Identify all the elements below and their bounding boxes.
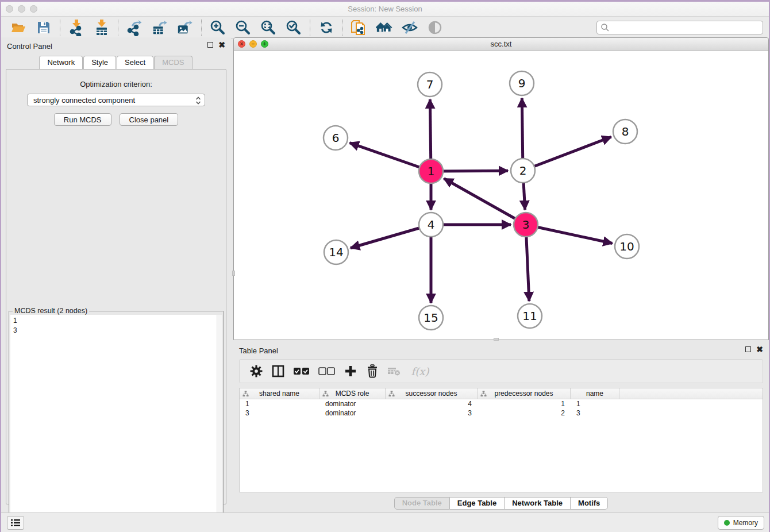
network-zoom-button[interactable]: + xyxy=(261,40,268,48)
status-bar: Memory xyxy=(1,512,769,532)
import-network-icon[interactable] xyxy=(68,19,85,36)
memory-label: Memory xyxy=(733,519,758,527)
network-canvas[interactable]: 7968124314101511 xyxy=(234,51,768,340)
eye-slash-icon xyxy=(401,20,418,36)
tab-network-table[interactable]: Network Table xyxy=(505,497,571,510)
criterion-selected-value: strongly connected component xyxy=(33,96,135,105)
create-column-icon[interactable] xyxy=(343,364,358,379)
tab-edge-table[interactable]: Edge Table xyxy=(450,497,505,510)
export-table-icon[interactable] xyxy=(151,19,168,36)
delete-table-icon-disabled xyxy=(387,364,402,379)
network-close-button[interactable]: × xyxy=(238,40,245,48)
graph-node-label-8: 8 xyxy=(622,125,629,138)
ui-options-button[interactable] xyxy=(7,516,24,530)
table-cell[interactable]: 2 xyxy=(478,408,571,418)
tab-motifs[interactable]: Motifs xyxy=(571,497,608,510)
save-session-icon[interactable] xyxy=(35,19,52,36)
float-panel-icon[interactable] xyxy=(207,42,213,48)
toolbar-separator xyxy=(310,20,310,36)
table-cell[interactable]: 3 xyxy=(240,408,319,418)
open-session-icon[interactable] xyxy=(10,19,27,36)
delete-column-icon[interactable] xyxy=(365,364,380,379)
zoom-out-icon[interactable] xyxy=(234,19,252,36)
splitter-handle[interactable] xyxy=(494,338,499,341)
tab-node-table[interactable]: Node Table xyxy=(394,497,450,510)
tab-mcds[interactable]: MCDS xyxy=(154,56,192,69)
search-input[interactable] xyxy=(610,24,759,32)
application-window: Session: New Session xyxy=(1,2,769,532)
network-window-title: scc.txt xyxy=(234,38,768,48)
table-cell[interactable]: 3 xyxy=(571,408,619,418)
eye-disabled-icon xyxy=(426,19,444,36)
main-titlebar: Session: New Session xyxy=(1,2,769,17)
edge-1-6[interactable] xyxy=(350,143,431,171)
column-header-successor-nodes[interactable]: successor nodes xyxy=(386,388,478,399)
graph-node-label-15: 15 xyxy=(424,311,438,325)
control-panel: Control Panel ✖ NetworkStyleSelectMCDS O… xyxy=(1,37,231,508)
table-header-row: shared nameMCDS rolesuccessor nodesprede… xyxy=(240,388,763,399)
table-cell[interactable]: 1 xyxy=(240,399,319,408)
network-minimize-button[interactable]: − xyxy=(249,40,257,48)
zoom-fit-icon[interactable] xyxy=(260,19,277,36)
tab-network[interactable]: Network xyxy=(39,56,83,69)
function-builder-icon-disabled: f(x) xyxy=(409,364,432,379)
zoom-selected-icon[interactable] xyxy=(285,19,302,36)
tab-style[interactable]: Style xyxy=(83,56,116,69)
tab-select[interactable]: Select xyxy=(117,56,153,69)
export-network-icon[interactable] xyxy=(126,19,143,36)
table-cell[interactable]: 1 xyxy=(571,399,619,408)
clone-network-icon[interactable] xyxy=(351,19,368,36)
refresh-icon[interactable] xyxy=(318,19,335,36)
network-graph[interactable]: 7968124314101511 xyxy=(234,51,768,340)
table-cell[interactable]: 3 xyxy=(386,408,478,418)
edge-2-8[interactable] xyxy=(523,137,611,171)
toolbar-separator xyxy=(60,20,60,36)
export-image-icon[interactable] xyxy=(176,19,194,36)
close-panel-icon[interactable]: ✖ xyxy=(218,42,225,48)
edge-3-1[interactable] xyxy=(444,179,526,225)
table-toolbar: f(x) xyxy=(239,359,763,383)
run-mcds-button[interactable]: Run MCDS xyxy=(54,113,111,126)
edge-3-10[interactable] xyxy=(526,225,613,244)
table-row[interactable]: 1dominator411 xyxy=(240,399,763,408)
node-table: shared nameMCDS rolesuccessor nodesprede… xyxy=(239,388,763,492)
table-arrow-icon xyxy=(151,19,168,36)
home-icon[interactable] xyxy=(376,19,393,36)
network-window-titlebar[interactable]: × − + scc.txt xyxy=(234,38,768,51)
float-table-panel-icon[interactable] xyxy=(745,346,751,352)
zoom-in-icon[interactable] xyxy=(209,19,226,36)
refresh-arrows-icon xyxy=(318,20,334,36)
column-header-predecessor-nodes[interactable]: predecessor nodes xyxy=(478,388,571,399)
column-header-name[interactable]: name xyxy=(571,388,619,399)
result-scrollbar[interactable] xyxy=(217,315,222,529)
table-cell[interactable]: dominator xyxy=(319,408,386,418)
memory-button[interactable]: Memory xyxy=(718,516,764,530)
column-header-MCDS-role[interactable]: MCDS role xyxy=(319,388,386,399)
table-cell[interactable]: dominator xyxy=(319,399,386,408)
table-panel-tabs: Node TableEdge TableNetwork TableMotifs xyxy=(233,497,769,510)
close-table-panel-icon[interactable]: ✖ xyxy=(756,346,763,352)
down-arrow-share-icon xyxy=(68,19,85,36)
graph-node-label-6: 6 xyxy=(332,131,340,145)
graph-node-label-14: 14 xyxy=(329,245,343,259)
hide-panels-icon[interactable] xyxy=(401,19,418,36)
table-settings-icon[interactable] xyxy=(249,364,264,379)
select-columns-icon[interactable] xyxy=(271,364,286,379)
select-spinner-icon xyxy=(195,96,201,107)
show-all-columns-icon[interactable] xyxy=(292,364,311,379)
close-panel-button[interactable]: Close panel xyxy=(120,113,179,126)
import-table-icon[interactable] xyxy=(93,19,110,36)
window-title: Session: New Session xyxy=(1,5,769,13)
houses-icon xyxy=(376,20,393,36)
criterion-select[interactable]: strongly connected component xyxy=(27,94,205,106)
table-row[interactable]: 3dominator323 xyxy=(240,408,763,418)
search-box[interactable] xyxy=(596,21,763,34)
column-header-shared-name[interactable]: shared name xyxy=(240,388,319,399)
mcds-result-list[interactable]: 13 xyxy=(10,315,222,529)
hide-all-columns-icon[interactable] xyxy=(318,364,336,379)
table-cell[interactable]: 1 xyxy=(478,399,571,408)
splitter-handle[interactable] xyxy=(232,271,235,276)
floppy-icon xyxy=(36,20,52,36)
table-cell[interactable]: 4 xyxy=(386,399,478,408)
magnifier-minus-icon xyxy=(235,20,251,36)
